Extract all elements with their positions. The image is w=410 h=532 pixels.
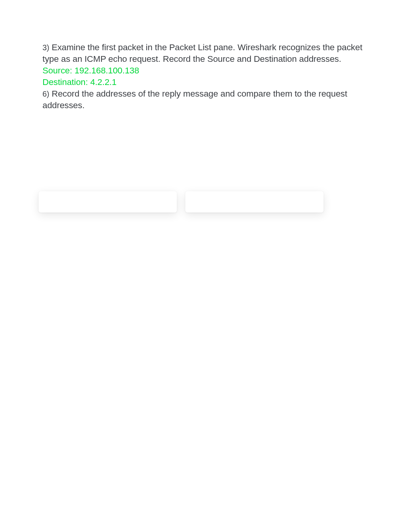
question-3-number: 3) [42, 43, 49, 52]
question-6-text: Record the addresses of the reply messag… [42, 89, 347, 110]
blurred-card-right [185, 191, 324, 212]
question-3-block: 3) Examine the first packet in the Packe… [42, 42, 368, 65]
question-6-number: 6) [42, 90, 49, 98]
blurred-card-left [39, 191, 177, 212]
question-6-block: 6) Record the addresses of the reply mes… [42, 88, 368, 111]
document-content: 3) Examine the first packet in the Packe… [0, 0, 410, 111]
answer-source: Source: 192.168.100.138 [42, 65, 368, 76]
answer-destination: Destination: 4.2.2.1 [42, 76, 368, 88]
blurred-preview-row [39, 191, 330, 212]
question-3-text: Examine the first packet in the Packet L… [42, 42, 363, 64]
